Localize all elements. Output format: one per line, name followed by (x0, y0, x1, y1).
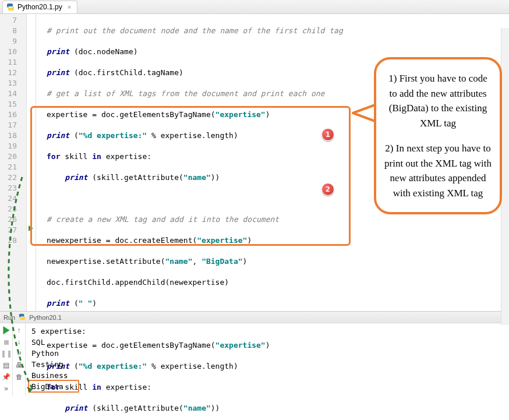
rerun-icon[interactable] (2, 326, 11, 335)
line-number: 9 (0, 36, 26, 47)
vertical-scrollbar[interactable] (501, 28, 509, 325)
stop-icon[interactable]: ◼ (2, 337, 11, 347)
line-number: 12 (0, 68, 26, 78)
line-number: 20 (0, 151, 26, 162)
console-line: BigData (31, 381, 503, 392)
callout-text-1: 1) First you have to code to add the new… (384, 71, 492, 130)
more-icon[interactable]: » (2, 384, 11, 393)
line-number: 24 (0, 193, 26, 204)
down-icon[interactable]: ↓ (15, 337, 24, 347)
callout-text-2: 2) In next step you have to print out th… (384, 141, 492, 200)
line-number: 15 (0, 99, 26, 110)
run-toolbar-left: ◼ ❚❚ ▤ 📌 » (0, 323, 13, 396)
line-number: 13 (0, 78, 26, 89)
line-number: 8 (0, 26, 26, 36)
line-number: 19 (0, 141, 26, 151)
editor-tab-bar: Python20.1.py × (0, 0, 509, 14)
annotation-badge-2: 2 (321, 183, 334, 196)
line-number: 11 (0, 57, 26, 68)
line-number: 7 (0, 15, 26, 26)
pause-icon[interactable]: ❚❚ (2, 349, 11, 358)
line-number: 18 (0, 130, 26, 141)
console-line: Business (31, 370, 503, 381)
python-run-icon (19, 313, 26, 322)
soft-wrap-icon[interactable]: ⤶ (15, 349, 24, 358)
layout-icon[interactable]: ▤ (2, 361, 11, 370)
run-gutter-icon[interactable] (28, 225, 34, 233)
code-comment: # create a new XML tag and add it into t… (47, 215, 279, 224)
line-number: 22 (0, 172, 26, 183)
file-tab[interactable]: Python20.1.py × (2, 1, 77, 13)
annotation-badge-1: 1 (321, 128, 334, 141)
file-tab-label: Python20.1.py (17, 3, 62, 11)
line-number: 27 (0, 225, 26, 235)
up-icon[interactable]: ↑ (15, 326, 24, 335)
clear-icon[interactable]: 🗑 (15, 372, 24, 382)
run-label: Run (3, 314, 15, 321)
line-number: 10 (0, 47, 26, 57)
code-comment: # print out the document node and the na… (47, 26, 343, 35)
code-comment: # get a list of XML tags from the docume… (47, 89, 324, 98)
line-number: 21 (0, 162, 26, 172)
annotation-callout: 1) First you have to code to add the new… (374, 57, 502, 331)
line-number: 28 (0, 235, 26, 246)
console-output[interactable]: 5 expertise:SQLPythonTestingBusinessBigD… (26, 323, 509, 396)
line-number: 16 (0, 110, 26, 120)
print-icon[interactable]: 🖶 (15, 361, 24, 370)
line-number: 23 (0, 183, 26, 193)
line-number: 14 (0, 89, 26, 99)
line-number-gutter: 7891011121314151617181920212223242526272… (0, 14, 27, 311)
callout-tail-icon (351, 98, 376, 127)
console-line: Testing (31, 359, 503, 370)
run-toolbar-console: ↑ ↓ ⤶ 🖶 🗑 (13, 323, 26, 396)
line-number: 26 (0, 214, 26, 225)
close-tab-icon[interactable]: × (68, 3, 71, 10)
console-line: SQL (31, 337, 503, 348)
console-line: Python (31, 348, 503, 359)
pin-icon[interactable]: 📌 (2, 372, 11, 382)
fold-column (27, 14, 36, 311)
line-number: 17 (0, 120, 26, 130)
python-file-icon (6, 3, 15, 11)
line-number: 25 (0, 204, 26, 214)
